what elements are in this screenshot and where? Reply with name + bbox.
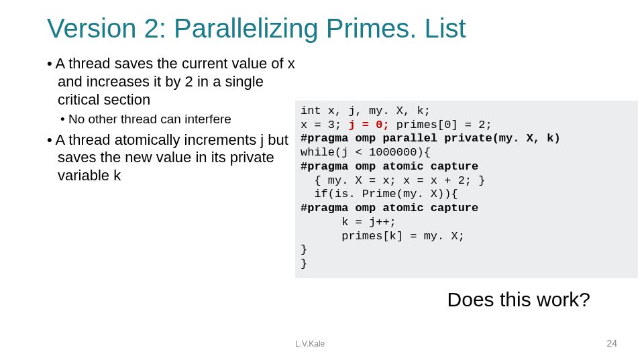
question-text: Does this work?: [447, 288, 590, 311]
footer-author: L.V.Kale: [295, 339, 325, 349]
bullet-2: No other thread can interfere: [47, 111, 295, 127]
code-l4: while(j < 1000000){: [301, 146, 431, 159]
code-l12: }: [301, 257, 307, 270]
code-l1: int x, j, my. X, k;: [301, 105, 431, 117]
code-l2b: j = 0;: [348, 119, 389, 131]
code-l11: }: [301, 243, 307, 256]
code-l8: #pragma omp atomic capture: [301, 202, 478, 215]
code-l5: #pragma omp atomic capture: [301, 160, 478, 173]
page-title: Version 2: Parallelizing Primes. List: [47, 13, 466, 44]
code-block: int x, j, my. X, k; x = 3; j = 0; primes…: [295, 101, 638, 278]
code-l2a: x = 3;: [301, 119, 348, 131]
footer-page-number: 24: [606, 338, 617, 349]
code-l10: primes[k] = my. X;: [301, 230, 465, 243]
bullet-3: A thread atomically increments j but sav…: [47, 131, 295, 185]
code-l7: if(is. Prime(my. X)){: [301, 188, 458, 200]
code-l2c: primes[0] = 2;: [390, 119, 492, 131]
code-l9: k = j++;: [301, 216, 396, 229]
bullet-list: A thread saves the current value of x an…: [47, 55, 295, 188]
code-l6: { my. X = x; x = x + 2; }: [301, 174, 485, 187]
slide: Version 2: Parallelizing Primes. List A …: [0, 0, 644, 362]
code-l3: #pragma omp parallel private(my. X, k): [301, 132, 561, 145]
bullet-1: A thread saves the current value of x an…: [47, 55, 295, 109]
